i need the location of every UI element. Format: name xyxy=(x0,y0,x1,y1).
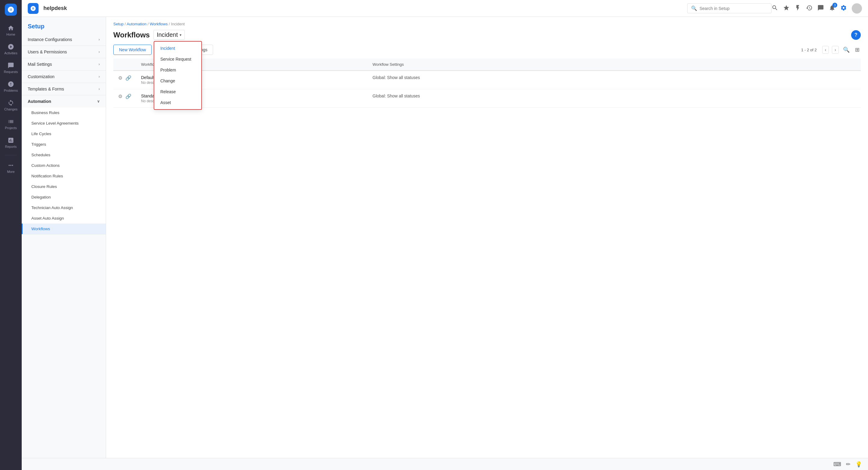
sidebar-sub-item-custom-actions[interactable]: Custom Actions xyxy=(22,160,106,171)
nav-item-problems[interactable]: Problems xyxy=(1,78,21,95)
edit-bottom-icon[interactable]: ✏ xyxy=(846,461,850,468)
row2-settings-global: Global: xyxy=(373,93,386,98)
header-search[interactable]: 🔍 xyxy=(687,3,772,13)
dropdown-option-incident[interactable]: Incident xyxy=(154,43,201,54)
search-input[interactable] xyxy=(700,6,768,11)
search-header-icon[interactable] xyxy=(772,4,778,12)
nav-items: Home Activities Requests Problems Change… xyxy=(0,22,22,176)
breadcrumb-workflows[interactable]: Workflows xyxy=(150,22,168,26)
page-title-row: Workflows Incident ▾ Incident Service Re… xyxy=(113,30,185,40)
row2-settings-text: Show all statuses xyxy=(387,93,420,98)
search-icon: 🔍 xyxy=(691,5,697,11)
table-header-row: Workflow Workflow Settings xyxy=(113,59,861,70)
chevron-right-icon-5: › xyxy=(98,87,100,91)
dropdown-option-asset[interactable]: Asset xyxy=(154,97,201,108)
app-logo[interactable] xyxy=(5,4,17,16)
sidebar-sub-item-notification-rules[interactable]: Notification Rules xyxy=(22,171,106,181)
nav-requests-label: Requests xyxy=(4,70,18,74)
home-icon xyxy=(7,25,14,31)
lightning-header-icon[interactable] xyxy=(795,4,801,12)
lightbulb-icon[interactable]: 💡 xyxy=(855,461,862,468)
nav-item-reports[interactable]: Reports xyxy=(1,134,21,151)
chevron-right-icon-4: › xyxy=(98,75,100,79)
notes-header-icon[interactable] xyxy=(817,4,824,12)
sidebar-sub-item-sla[interactable]: Service Level Agreements xyxy=(22,118,106,128)
sidebar-sub-item-delegation[interactable]: Delegation xyxy=(22,192,106,202)
row1-settings-text: Show all statuses xyxy=(387,75,420,80)
chevron-right-icon-3: › xyxy=(98,62,100,66)
row1-settings-value: Global: Show all statuses xyxy=(373,75,420,80)
sidebar-sub-item-technician-auto-assign[interactable]: Technician Auto Assign xyxy=(22,202,106,213)
row2-actions: ⚙ 🔗 xyxy=(113,89,136,108)
problems-icon xyxy=(7,81,14,87)
table-columns-button[interactable]: ⊞ xyxy=(854,45,861,54)
sidebar-item-automation[interactable]: Automation ∨ xyxy=(22,95,106,108)
dropdown-option-change[interactable]: Change xyxy=(154,76,201,86)
help-button[interactable]: ? xyxy=(851,30,861,40)
sidebar-sub-item-asset-auto-assign[interactable]: Asset Auto Assign xyxy=(22,213,106,224)
nav-more-label: More xyxy=(7,170,14,173)
notifications-header-icon[interactable]: 3 xyxy=(829,4,835,12)
settings-header-icon[interactable] xyxy=(840,4,847,12)
nav-item-projects[interactable]: Projects xyxy=(1,115,21,133)
th-settings: Workflow Settings xyxy=(368,59,861,70)
link-icon[interactable]: 🔗 xyxy=(125,75,131,81)
nav-item-changes[interactable]: Changes xyxy=(1,96,21,114)
pagination-next-button[interactable]: › xyxy=(832,46,839,54)
table-search-button[interactable]: 🔍 xyxy=(842,45,851,54)
gear-icon[interactable]: ⚙ xyxy=(118,75,122,81)
sidebar-item-instance-configurations[interactable]: Instance Configurations › xyxy=(22,33,106,46)
main-container: Setup Instance Configurations › Users & … xyxy=(22,17,868,470)
row1-settings: Global: Show all statuses xyxy=(368,70,861,89)
nav-reports-label: Reports xyxy=(5,145,17,148)
star-header-icon[interactable] xyxy=(783,4,789,12)
nav-problems-label: Problems xyxy=(4,89,18,92)
projects-icon xyxy=(7,118,14,125)
table-container: Workflow Workflow Settings ⚙ 🔗 D xyxy=(106,59,868,108)
sidebar-item-mail-settings[interactable]: Mail Settings › xyxy=(22,58,106,70)
sidebar-sub-item-workflows[interactable]: Workflows xyxy=(22,224,106,234)
workflow-type-dropdown[interactable]: Incident ▾ Incident Service Request Prob… xyxy=(153,30,185,40)
sidebar-sub-item-business-rules[interactable]: Business Rules xyxy=(22,108,106,118)
sidebar-item-customization[interactable]: Customization › xyxy=(22,70,106,83)
breadcrumb-automation[interactable]: Automation xyxy=(127,22,147,26)
nav-item-requests[interactable]: Requests xyxy=(1,59,21,77)
dropdown-option-release[interactable]: Release xyxy=(154,86,201,97)
nav-item-activities[interactable]: Activities xyxy=(1,40,21,58)
dropdown-option-service-request[interactable]: Service Request xyxy=(154,54,201,64)
main-content: Setup / Automation / Workflows / Inciden… xyxy=(106,17,868,470)
sidebar-item-templates-forms[interactable]: Templates & Forms › xyxy=(22,83,106,95)
notification-badge: 3 xyxy=(832,3,837,7)
sidebar-section-mail: Mail Settings › xyxy=(22,58,106,70)
dropdown-option-problem[interactable]: Problem xyxy=(154,64,201,76)
sidebar-automation-sub-items: Business Rules Service Level Agreements … xyxy=(22,108,106,234)
sidebar-sub-item-closure-rules[interactable]: Closure Rules xyxy=(22,181,106,192)
breadcrumb-setup[interactable]: Setup xyxy=(113,22,124,26)
toolbar: New Workflow Global Workflow Settings 1 … xyxy=(106,45,868,59)
row2-settings-value: Global: Show all statuses xyxy=(373,93,420,98)
row1-actions: ⚙ 🔗 xyxy=(113,70,136,89)
new-workflow-button[interactable]: New Workflow xyxy=(113,45,152,55)
sidebar-label-users: Users & Permissions xyxy=(28,50,67,54)
history-header-icon[interactable] xyxy=(806,4,812,12)
breadcrumb-sep2: / xyxy=(148,22,150,26)
gear-icon-2[interactable]: ⚙ xyxy=(118,93,122,99)
chevron-right-icon-2: › xyxy=(98,50,100,54)
requests-icon xyxy=(7,62,14,69)
user-avatar[interactable] xyxy=(852,3,862,13)
sidebar-sub-item-triggers[interactable]: Triggers xyxy=(22,139,106,150)
sidebar-label-templates: Templates & Forms xyxy=(28,87,64,91)
sidebar-sub-item-life-cycles[interactable]: Life Cycles xyxy=(22,128,106,139)
left-nav: Home Activities Requests Problems Change… xyxy=(0,0,22,470)
pagination-prev-button[interactable]: ‹ xyxy=(822,46,829,54)
nav-item-more[interactable]: More xyxy=(1,159,21,176)
link-icon-2[interactable]: 🔗 xyxy=(125,93,131,99)
sidebar-section-instance: Instance Configurations › xyxy=(22,33,106,46)
accessibility-icon[interactable]: ⌨ xyxy=(833,461,841,468)
nav-item-home[interactable]: Home xyxy=(1,22,21,39)
sidebar-sub-item-schedules[interactable]: Schedules xyxy=(22,150,106,160)
logo-icon xyxy=(7,6,14,13)
sidebar: Setup Instance Configurations › Users & … xyxy=(22,17,106,470)
row2-icons: ⚙ 🔗 xyxy=(118,93,131,99)
sidebar-item-users-permissions[interactable]: Users & Permissions › xyxy=(22,46,106,58)
